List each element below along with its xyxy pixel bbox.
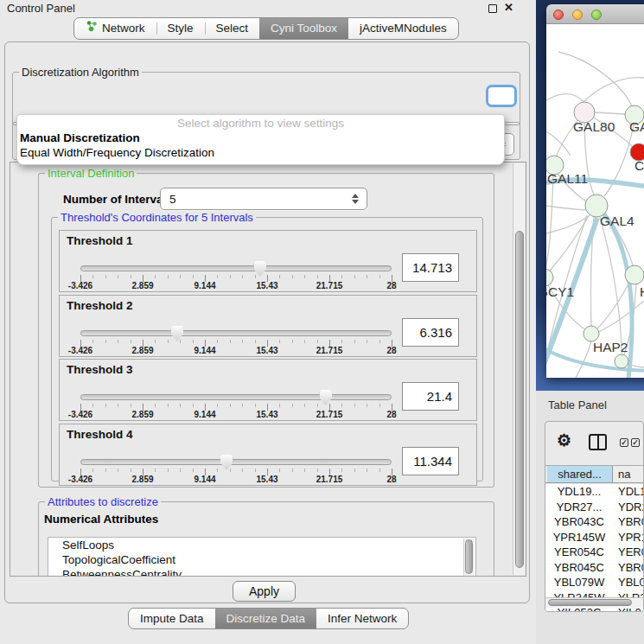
panel-scrollbar-thumb[interactable] <box>515 231 524 568</box>
tab-label: Discretize Data <box>226 609 306 629</box>
panel-scrollbar[interactable] <box>513 163 525 575</box>
table-header-row: shared... na <box>545 465 644 483</box>
tab-select[interactable]: Select <box>205 18 260 39</box>
table-row[interactable]: YBL079WYBL0 <box>545 575 644 590</box>
list-scrollbar[interactable] <box>463 539 475 577</box>
group-title: Discretization Algorithm <box>19 66 142 79</box>
tick-label: 15.43 <box>256 475 277 484</box>
cell-name[interactable]: YER0 <box>613 545 644 560</box>
mac-minimize-button[interactable] <box>572 10 583 20</box>
column-header-name[interactable]: na <box>614 466 644 482</box>
threshold-value-field[interactable]: 6.316 <box>402 318 459 347</box>
threshold-slider[interactable] <box>80 265 392 271</box>
tick-label: 21.715 <box>316 410 343 419</box>
list-scrollbar-thumb[interactable] <box>465 539 473 574</box>
mac-zoom-button[interactable] <box>591 10 602 20</box>
close-icon[interactable]: ✕ <box>504 1 513 14</box>
network-window-titlebar[interactable] <box>546 4 644 24</box>
cell-name[interactable]: YDR2 <box>613 500 644 515</box>
cell-name[interactable]: YDL1 <box>613 484 644 500</box>
number-of-intervals-combobox[interactable]: 5 <box>160 188 367 210</box>
tab-style[interactable]: Style <box>156 18 205 39</box>
attribute-item-topologicalcoefficient[interactable]: TopologicalCoefficient <box>48 552 475 567</box>
checkbox-icon[interactable]: ✓ <box>631 438 640 447</box>
threshold-value-field[interactable]: 11.344 <box>402 447 459 475</box>
threshold-label: Threshold 3 <box>67 363 133 376</box>
node-label: GAL11 <box>547 171 588 186</box>
tick-label: -3.426 <box>68 475 92 484</box>
cell-name[interactable]: YBL0 <box>613 575 644 590</box>
threshold-slider[interactable] <box>80 330 392 336</box>
network-canvas[interactable]: GAL80GALCGAL11GAL4GCY1HHAP2 <box>546 24 644 378</box>
table-row[interactable]: YPR145WYPR1 <box>545 530 644 545</box>
tab-impute-data[interactable]: Impute Data <box>129 609 215 628</box>
cell-shared-name[interactable]: YBR045C <box>545 560 613 576</box>
cell-shared-name[interactable]: YDR27... <box>545 500 613 515</box>
column-header-shared-name[interactable]: shared... <box>547 466 613 482</box>
table-row[interactable]: YDR27...YDR2 <box>545 500 644 515</box>
network-graph: GAL80GALCGAL11GAL4GCY1HHAP2 <box>546 24 644 378</box>
panel-tab-bar: NetworkStyleSelectCyni ToolboxjActiveMNo… <box>73 17 459 40</box>
split-table-icon[interactable] <box>589 434 607 450</box>
tab-cyni-toolbox[interactable]: Cyni Toolbox <box>259 18 348 39</box>
threshold-label: Threshold 2 <box>67 299 133 312</box>
algorithm-combobox[interactable] <box>486 85 517 107</box>
tick-label: 15.43 <box>256 410 277 419</box>
node-label: GAL <box>629 119 644 134</box>
apply-button[interactable]: Apply <box>233 581 296 602</box>
table-row[interactable]: YBR045CYBR0 <box>545 560 644 576</box>
tick-label: 28 <box>386 281 396 290</box>
network-node-8[interactable] <box>615 354 628 368</box>
tab-label: Network <box>102 18 145 39</box>
slider-tick-labels: -3.4262.8599.14415.4321.71528 <box>80 281 392 291</box>
tick-label: -3.426 <box>68 410 92 419</box>
bottom-tab-bar: Impute DataDiscretize DataInfer Network <box>128 608 409 629</box>
network-node-gcy1[interactable] <box>546 269 553 286</box>
table-row[interactable]: YBR043CYBR0 <box>545 514 644 530</box>
table-row[interactable]: YER054CYER0 <box>545 545 644 560</box>
threshold-value-field[interactable]: 14.713 <box>402 253 459 282</box>
dropdown-option-manual-discretization[interactable]: Manual Discretization <box>20 131 140 144</box>
tab-discretize-data[interactable]: Discretize Data <box>215 609 317 628</box>
table-h-scrollbar-thumb[interactable] <box>548 599 632 606</box>
cell-shared-name[interactable]: YDL19... <box>545 484 613 500</box>
network-icon <box>86 18 98 39</box>
cell-name[interactable]: YPR1 <box>613 530 644 545</box>
threshold-panel: Threshold 3 -3.4262.8599.14415.4321.7152… <box>59 359 477 421</box>
network-node-h[interactable] <box>625 265 644 284</box>
attribute-item-betweennesscentrality[interactable]: BetweennessCentrality <box>48 567 475 577</box>
numerical-attributes-list[interactable]: SelfLoopsTopologicalCoefficientBetweenne… <box>48 537 476 577</box>
tab-network[interactable]: Network <box>74 18 156 39</box>
tab-label: Infer Network <box>328 609 397 629</box>
cell-name[interactable]: YBR0 <box>613 514 644 530</box>
cell-shared-name[interactable]: YPR145W <box>545 530 613 545</box>
tab-jactivemnodules[interactable]: jActiveMNodules <box>348 18 458 39</box>
float-window-icon[interactable] <box>488 4 497 13</box>
cell-shared-name[interactable]: YER054C <box>545 545 613 560</box>
cell-shared-name[interactable]: YBL079W <box>545 575 613 590</box>
threshold-panel: Threshold 2 -3.4262.8599.14415.4321.7152… <box>59 295 477 357</box>
gear-icon[interactable]: ⚙ <box>557 430 571 450</box>
tab-infer-network[interactable]: Infer Network <box>316 609 408 628</box>
tick-label: -3.426 <box>68 281 92 290</box>
tab-label: Cyni Toolbox <box>271 18 337 39</box>
table-h-scrollbar[interactable] <box>545 597 643 608</box>
threshold-value-field[interactable]: 21.4 <box>402 382 459 411</box>
cell-name[interactable]: YBR0 <box>613 560 644 576</box>
table-body: YDL19...YDL1YDR27...YDR2YBR043CYBR0YPR14… <box>545 484 644 612</box>
dropdown-option-equal-width-frequency-discretization[interactable]: Equal Width/Frequency Discretization <box>20 146 214 159</box>
attribute-item-selfloops[interactable]: SelfLoops <box>48 538 475 552</box>
mac-close-button[interactable] <box>553 10 564 20</box>
threshold-slider[interactable] <box>80 394 392 400</box>
threshold-slider[interactable] <box>80 459 392 465</box>
intervals-value: 5 <box>169 193 176 206</box>
tick-label: 21.715 <box>316 346 343 355</box>
cell-shared-name[interactable]: YBR043C <box>545 514 613 530</box>
control-panel: Control Panel ✕ NetworkStyleSelectCyni T… <box>0 0 536 644</box>
checkbox-icon[interactable]: ✓ <box>620 438 628 447</box>
tick-label: 15.43 <box>256 346 277 355</box>
cyni-toolbox-panel: Discretization Algorithm Table Data galF… <box>4 41 530 603</box>
node-label: HAP2 <box>593 340 628 354</box>
settings-scroll-panel: Interval Definition Number of Intervals … <box>10 162 526 577</box>
table-row[interactable]: YDL19...YDL1 <box>545 484 644 500</box>
